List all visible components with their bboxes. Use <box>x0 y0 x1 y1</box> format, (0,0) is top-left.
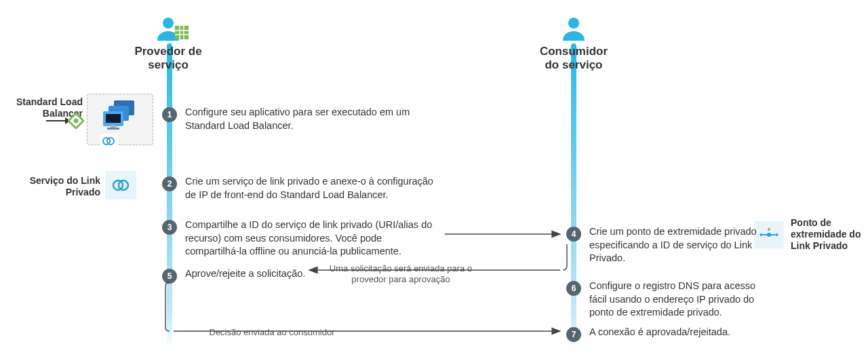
step-4: 4 Crie um ponto de extremidade privado e… <box>566 225 766 265</box>
arrow-icon <box>46 115 71 128</box>
step-text: Aprove/rejeite a solicitação. <box>185 267 305 281</box>
private-link-mini-icon <box>100 134 117 151</box>
svg-rect-1 <box>175 26 189 39</box>
private-link-service-tile-icon <box>105 171 136 200</box>
diagram-canvas: Provedor de serviço Consumidor do serviç… <box>0 0 868 361</box>
step-text: Crie um ponto de extremidade privado esp… <box>589 225 766 265</box>
step-6: 6 Configure o registro DNS para acesso f… <box>566 280 766 320</box>
person-icon <box>560 15 587 42</box>
svg-rect-14 <box>106 114 121 123</box>
persona-consumer-label: Consumidor do serviço <box>519 45 628 71</box>
step-text: Compartilhe a ID do serviço de link priv… <box>185 218 436 259</box>
svg-point-6 <box>568 18 579 28</box>
step-number: 4 <box>566 227 581 242</box>
step-7: 7 A conexão é aprovada/rejeitada. <box>566 326 730 342</box>
step-text: Configure seu aplicativo para ser execut… <box>185 106 436 132</box>
step-3: 3 Compartilhe a ID do serviço de link pr… <box>162 218 436 259</box>
step-2: 2 Crie um serviço de link privado e anex… <box>162 175 436 202</box>
svg-rect-15 <box>111 125 116 128</box>
svg-rect-16 <box>107 128 119 130</box>
persona-consumer: Consumidor do serviço <box>519 15 628 71</box>
svg-point-27 <box>768 228 770 231</box>
step-number: 1 <box>162 107 177 122</box>
step-number: 3 <box>162 220 177 235</box>
svg-rect-17 <box>100 134 117 148</box>
step-text: Configure o registro DNS para acesso fác… <box>589 280 766 320</box>
persona-provider: Provedor de serviço <box>114 15 222 71</box>
arrow-caption-decision: Decisão enviada ao consumidor <box>184 327 360 338</box>
arrow-caption-approval: Uma solicitação será enviada para o prov… <box>313 263 489 286</box>
load-balancer-diamond-icon <box>68 113 84 132</box>
label-private-link-service: Serviço do Link Privado <box>26 175 100 198</box>
vm-stack-icon <box>102 100 140 133</box>
step-number: 7 <box>566 327 581 342</box>
step-5: 5 Aprove/rejeite a solicitação. <box>162 267 305 284</box>
grid-icon <box>175 26 189 42</box>
step-1: 1 Configure seu aplicativo para ser exec… <box>162 106 436 132</box>
label-private-link-endpoint: Ponto de extremidade do Link Privado <box>791 217 865 251</box>
step-text: Crie um serviço de link privado e anexe-… <box>185 175 436 202</box>
step-text: A conexão é aprovada/rejeitada. <box>589 326 730 339</box>
svg-point-10 <box>74 119 79 124</box>
step-number: 2 <box>162 176 177 191</box>
svg-point-0 <box>163 18 174 28</box>
step-number: 5 <box>162 269 177 284</box>
persona-provider-label: Provedor de serviço <box>114 45 222 71</box>
step-number: 6 <box>566 281 581 296</box>
svg-marker-26 <box>776 233 778 237</box>
